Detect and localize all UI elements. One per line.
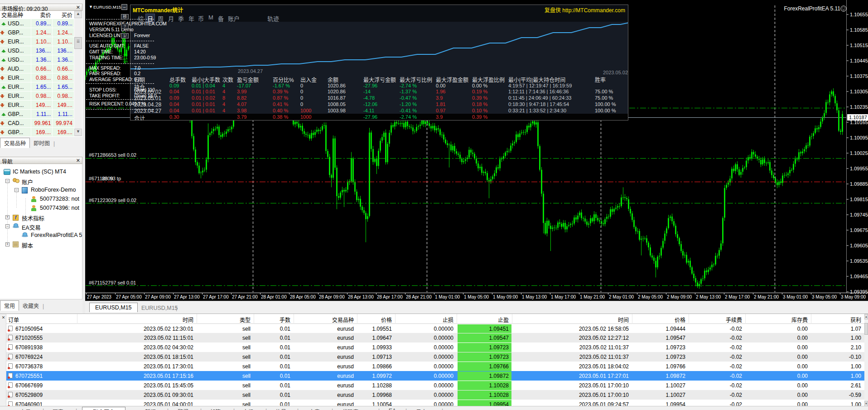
- svg-text:1.09815: 1.09815: [850, 197, 868, 202]
- svg-text:1 May 01:00: 1 May 01:00: [435, 294, 460, 299]
- svg-text:1.10305: 1.10305: [850, 89, 868, 94]
- svg-text:3 May 05:00: 3 May 05:00: [812, 294, 837, 299]
- svg-text:1.10235: 1.10235: [850, 104, 868, 110]
- svg-text:2 May 05:00: 2 May 05:00: [638, 294, 663, 299]
- svg-text:1.10375: 1.10375: [850, 73, 868, 79]
- svg-text:3 May 01:00: 3 May 01:00: [783, 294, 808, 299]
- svg-text:1.09535: 1.09535: [850, 258, 868, 264]
- svg-text:1.09955: 1.09955: [850, 166, 868, 171]
- svg-text:28 Apr 09:00: 28 Apr 09:00: [319, 294, 345, 299]
- svg-text:28 Apr 05:00: 28 Apr 05:00: [290, 294, 316, 299]
- svg-text:2 May 01:00: 2 May 01:00: [609, 294, 634, 299]
- svg-text:1 May 17:00: 1 May 17:00: [551, 294, 576, 299]
- svg-text:1.10655: 1.10655: [850, 12, 868, 17]
- svg-text:27 Apr 2023: 27 Apr 2023: [87, 294, 111, 299]
- svg-text:#671128880993 tp: #671128880993 tp: [89, 176, 121, 181]
- svg-text:ForexRealProfitEA 5.11: ForexRealProfitEA 5.11: [784, 5, 840, 12]
- svg-text:27 Apr 09:00: 27 Apr 09:00: [145, 294, 171, 299]
- svg-text:27 Apr 13:00: 27 Apr 13:00: [174, 294, 200, 299]
- svg-text:28 Apr 13:00: 28 Apr 13:00: [348, 294, 374, 299]
- svg-text:1 May 05:00: 1 May 05:00: [464, 294, 489, 299]
- svg-text:2 May 17:00: 2 May 17:00: [725, 294, 750, 299]
- svg-text:1.10515: 1.10515: [850, 43, 868, 48]
- svg-text:27 Apr 05:00: 27 Apr 05:00: [116, 294, 142, 299]
- svg-text:28 Apr 21:00: 28 Apr 21:00: [406, 294, 432, 299]
- svg-text:1 May 09:00: 1 May 09:00: [493, 294, 518, 299]
- svg-text:1.09885: 1.09885: [850, 181, 868, 187]
- svg-text:27 Apr 21:00: 27 Apr 21:00: [232, 294, 258, 299]
- svg-text:1.09395: 1.09395: [850, 289, 868, 294]
- svg-text:1.10445: 1.10445: [850, 58, 868, 63]
- svg-text:2 May 13:00: 2 May 13:00: [696, 294, 721, 299]
- svg-text:28 Apr 01:00: 28 Apr 01:00: [261, 294, 287, 299]
- svg-text:1.09675: 1.09675: [850, 227, 868, 233]
- svg-text:1 May 13:00: 1 May 13:00: [522, 294, 547, 299]
- svg-text:3 May 09:00: 3 May 09:00: [841, 294, 866, 299]
- svg-text:2 May 09:00: 2 May 09:00: [667, 294, 692, 299]
- svg-text:2 May 21:00: 2 May 21:00: [754, 294, 779, 299]
- svg-text:1.09465: 1.09465: [850, 274, 868, 279]
- svg-text:1.10187: 1.10187: [849, 115, 867, 120]
- svg-text:1.09605: 1.09605: [850, 243, 868, 248]
- svg-text:1.09745: 1.09745: [850, 212, 868, 217]
- svg-text:1.10585: 1.10585: [850, 27, 868, 33]
- svg-text:#671152797 sell 0.01: #671152797 sell 0.01: [89, 280, 136, 285]
- svg-text:1.10025: 1.10025: [850, 150, 868, 156]
- svg-text:27 Apr 17:00: 27 Apr 17:00: [203, 294, 229, 299]
- svg-text:28 Apr 17:00: 28 Apr 17:00: [377, 294, 403, 299]
- svg-text:#671223029 sell 0.02: #671223029 sell 0.02: [89, 198, 136, 203]
- svg-text:#671286653 sell 0.02: #671286653 sell 0.02: [89, 152, 136, 158]
- svg-text:1 May 21:00: 1 May 21:00: [580, 294, 605, 299]
- svg-text:1.10095: 1.10095: [850, 135, 868, 140]
